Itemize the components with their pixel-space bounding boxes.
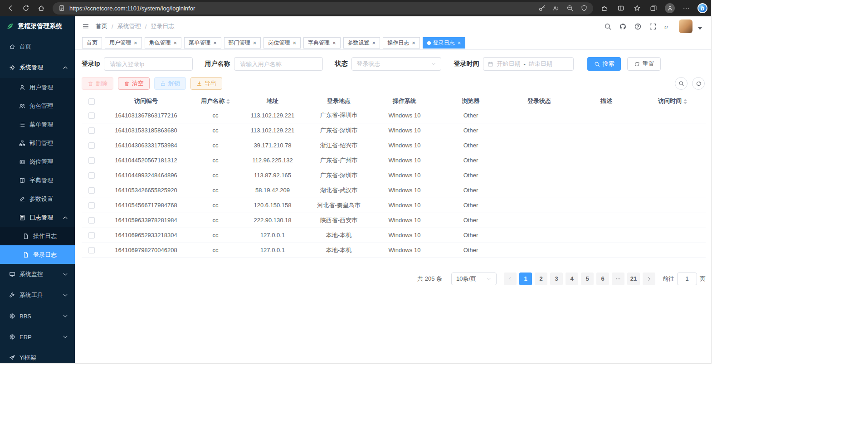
more-pages-button[interactable] [612, 273, 624, 285]
zoom-out-icon[interactable] [566, 5, 574, 12]
sidebar-item-monitor[interactable]: 系统监控 [0, 264, 75, 285]
sidebar-item-dict[interactable]: 字典管理 [0, 171, 75, 190]
tab-home[interactable]: 首页 [82, 37, 102, 49]
username-input[interactable] [234, 57, 323, 71]
split-screen-button[interactable] [613, 1, 629, 15]
prev-page-button[interactable] [504, 273, 517, 285]
collapse-sidebar-icon[interactable] [82, 23, 89, 30]
reset-button[interactable]: 重置 [627, 57, 661, 71]
browser-refresh-button[interactable] [18, 1, 34, 15]
row-checkbox[interactable] [88, 172, 95, 179]
last-page-button[interactable]: 21 [627, 273, 640, 285]
tab-post[interactable]: 岗位管理× [263, 37, 301, 49]
browser-home-button[interactable] [34, 1, 49, 15]
close-icon[interactable]: × [134, 40, 137, 46]
user-avatar[interactable] [679, 19, 692, 33]
browser-back-button[interactable] [3, 1, 18, 15]
sidebar-item-bbs[interactable]: BBS [0, 306, 75, 326]
close-icon[interactable]: × [372, 40, 376, 46]
sidebar-item-menu[interactable]: 菜单管理 [0, 115, 75, 134]
page-button-2[interactable]: 2 [535, 273, 547, 285]
sidebar-item-system[interactable]: 系统管理 [0, 57, 75, 78]
close-icon[interactable]: × [174, 40, 177, 46]
browser-menu-button[interactable] [678, 1, 694, 15]
page-button-1[interactable]: 1 [519, 273, 532, 285]
tab-param[interactable]: 参数设置× [343, 37, 380, 49]
sidebar-item-tools[interactable]: 系统工具 [0, 285, 75, 306]
sidebar-item-operlog[interactable]: 操作日志 [0, 227, 75, 245]
select-all-checkbox[interactable] [88, 98, 95, 105]
sidebar-item-post[interactable]: 岗位管理 [0, 152, 75, 171]
sidebar-item-loginlog[interactable]: 登录日志 [0, 245, 75, 264]
sidebar-item-role[interactable]: 角色管理 [0, 97, 75, 115]
delete-button[interactable]: 删除 [82, 77, 113, 90]
clear-button[interactable]: 清空 [118, 77, 150, 90]
column-header-visit-time[interactable]: 访问时间 [639, 94, 706, 108]
tab-role[interactable]: 角色管理× [145, 37, 182, 49]
sort-carets[interactable] [226, 99, 230, 104]
sidebar-item-yi[interactable]: Yi框架 [0, 347, 75, 363]
toggle-search-button[interactable] [675, 77, 688, 90]
row-checkbox[interactable] [88, 217, 95, 224]
search-button[interactable]: 搜索 [587, 57, 621, 71]
tab-loginlog[interactable]: 登录日志× [423, 37, 466, 49]
help-icon[interactable] [634, 23, 642, 30]
row-checkbox[interactable] [88, 202, 95, 209]
refresh-table-button[interactable] [692, 77, 705, 90]
page-button-5[interactable]: 5 [581, 273, 594, 285]
extensions-button[interactable] [597, 1, 612, 15]
sidebar-item-log[interactable]: 日志管理 [0, 208, 75, 227]
breadcrumb-home[interactable]: 首页 [96, 22, 107, 30]
row-checkbox[interactable] [88, 232, 95, 239]
cell-description [573, 228, 639, 243]
sidebar-item-dept[interactable]: 部门管理 [0, 134, 75, 152]
row-checkbox[interactable] [88, 247, 95, 253]
tab-user[interactable]: 用户管理× [105, 37, 142, 49]
next-page-button[interactable] [643, 273, 655, 285]
password-manager-icon[interactable] [538, 5, 546, 12]
sidebar-item-home[interactable]: 首页 [0, 36, 75, 57]
column-header-username[interactable]: 用户名称 [190, 94, 240, 108]
tab-operlog[interactable]: 操作日志× [383, 37, 420, 49]
row-checkbox[interactable] [88, 142, 95, 149]
page-button-6[interactable]: 6 [596, 273, 609, 285]
collections-button[interactable] [646, 1, 661, 15]
export-button[interactable]: 导出 [190, 77, 222, 90]
tracking-prevention-icon[interactable] [580, 5, 588, 12]
favorites-button[interactable] [629, 1, 645, 15]
page-button-4[interactable]: 4 [566, 273, 578, 285]
row-checkbox[interactable] [88, 187, 95, 194]
sidebar-item-erp[interactable]: ERP [0, 326, 75, 347]
address-bar[interactable]: https://ccnetcore.com:1101/system/log/lo… [53, 2, 593, 15]
page-size-select[interactable]: 10条/页 [451, 273, 497, 285]
page-button-3[interactable]: 3 [550, 273, 563, 285]
date-range-picker[interactable]: 开始日期 - 结束日期 [483, 57, 574, 71]
row-checkbox[interactable] [88, 127, 95, 134]
sidebar-item-user[interactable]: 用户管理 [0, 78, 75, 97]
goto-page-input[interactable] [677, 273, 697, 285]
header-search-icon[interactable] [604, 23, 612, 30]
tab-dept[interactable]: 部门管理× [224, 37, 261, 49]
chevron-down-icon[interactable] [696, 24, 704, 32]
close-icon[interactable]: × [213, 40, 217, 46]
github-icon[interactable] [619, 23, 627, 30]
bing-icon[interactable]: b [697, 3, 707, 13]
close-icon[interactable]: × [458, 40, 461, 46]
tab-dict[interactable]: 字典管理× [303, 37, 341, 49]
row-checkbox[interactable] [88, 157, 95, 164]
tab-menu[interactable]: 菜单管理× [184, 37, 221, 49]
close-icon[interactable]: × [253, 40, 257, 46]
close-icon[interactable]: × [293, 40, 296, 46]
close-icon[interactable]: × [332, 40, 336, 46]
status-select[interactable]: 登录状态 [351, 57, 441, 71]
read-aloud-icon[interactable] [552, 5, 560, 12]
row-checkbox[interactable] [88, 112, 95, 119]
sidebar-item-param[interactable]: 参数设置 [0, 190, 75, 208]
browser-profile-button[interactable] [662, 1, 678, 15]
close-icon[interactable]: × [412, 40, 415, 46]
fullscreen-icon[interactable] [649, 23, 657, 30]
font-size-icon[interactable]: tT [664, 23, 672, 30]
unlock-button[interactable]: 解锁 [154, 77, 186, 90]
sort-carets[interactable] [683, 99, 687, 104]
login-ip-input[interactable] [104, 57, 193, 71]
